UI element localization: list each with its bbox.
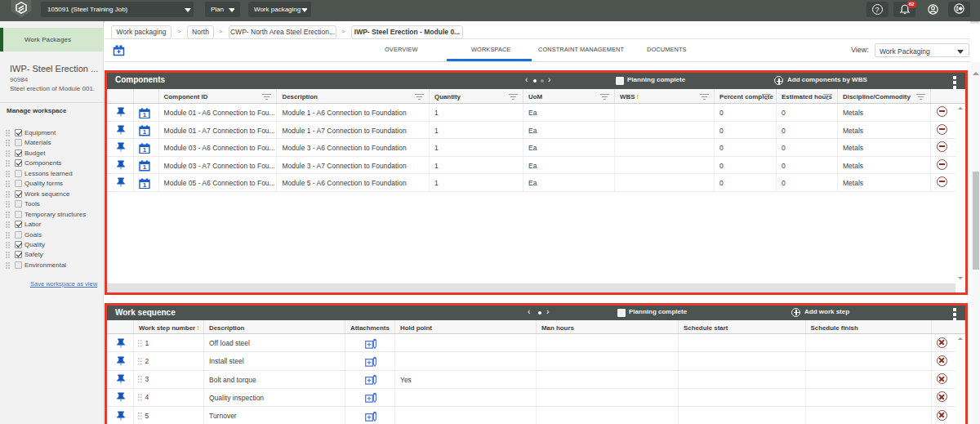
svg-text:1: 1 [143,163,147,171]
svg-text:1: 1 [143,111,147,118]
svg-text:1: 1 [143,146,147,154]
svg-text:1: 1 [143,128,147,136]
svg-text:1: 1 [143,181,147,189]
